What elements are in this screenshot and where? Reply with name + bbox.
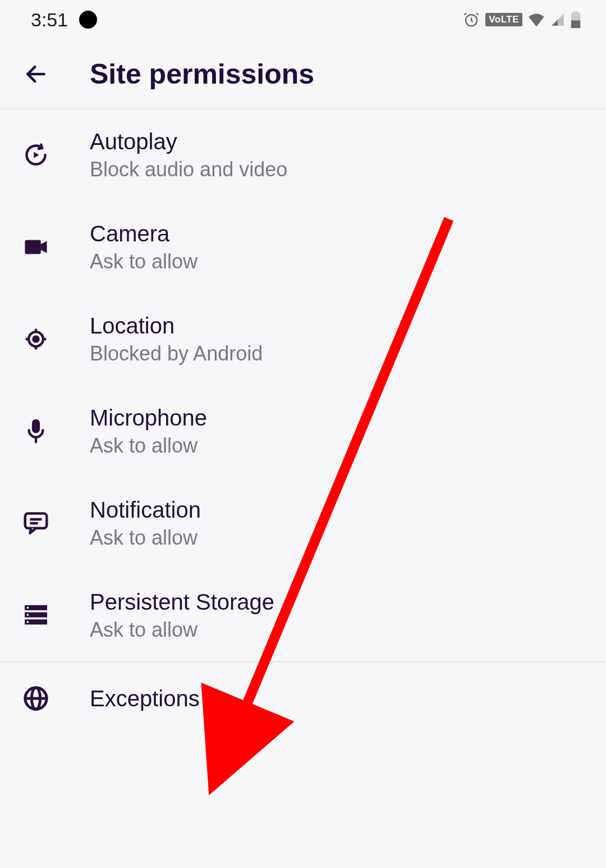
svg-point-22: [27, 607, 29, 609]
row-subtitle: Ask to allow: [90, 526, 201, 550]
battery-icon: [571, 11, 581, 28]
autoplay-icon: [22, 141, 49, 168]
svg-point-9: [33, 336, 38, 341]
alarm-icon: [463, 11, 480, 28]
permission-row-storage[interactable]: Persistent Storage Ask to allow: [0, 569, 606, 661]
svg-marker-7: [41, 241, 47, 253]
cellular-icon: [550, 12, 565, 27]
row-title: Location: [90, 313, 263, 339]
row-text: Autoplay Block audio and video: [90, 129, 287, 181]
row-subtitle: Ask to allow: [90, 434, 207, 458]
row-text: Microphone Ask to allow: [90, 405, 207, 458]
notification-icon: [22, 510, 49, 537]
permission-row-camera[interactable]: Camera Ask to allow: [0, 201, 606, 293]
svg-rect-6: [25, 240, 40, 254]
globe-icon: [22, 685, 49, 712]
row-title: Persistent Storage: [90, 590, 274, 615]
row-text: Persistent Storage Ask to allow: [90, 590, 274, 642]
status-left: 3:51: [31, 9, 97, 31]
row-subtitle: Ask to allow: [90, 618, 274, 642]
camera-icon: [22, 234, 49, 261]
location-icon: [22, 326, 49, 353]
page-title: Site permissions: [90, 58, 314, 90]
permissions-list: Autoplay Block audio and video Camera As…: [0, 109, 606, 735]
row-text: Camera Ask to allow: [90, 221, 198, 273]
svg-marker-5: [34, 152, 39, 158]
status-time: 3:51: [31, 9, 68, 31]
svg-point-24: [27, 621, 29, 623]
svg-rect-3: [573, 11, 578, 13]
row-text: Location Blocked by Android: [90, 313, 263, 366]
status-dot-icon: [79, 11, 97, 29]
svg-rect-14: [32, 419, 40, 433]
row-title: Notification: [90, 497, 201, 523]
app-header: Site permissions: [0, 39, 606, 109]
wifi-icon: [528, 12, 545, 27]
svg-rect-16: [25, 514, 47, 528]
row-title: Exceptions: [90, 686, 200, 711]
row-title: Autoplay: [90, 129, 287, 154]
svg-rect-2: [571, 20, 580, 28]
storage-icon: [22, 602, 49, 629]
permission-row-notification[interactable]: Notification Ask to allow: [0, 477, 606, 569]
row-subtitle: Block audio and video: [90, 158, 287, 181]
permission-row-microphone[interactable]: Microphone Ask to allow: [0, 385, 606, 477]
permission-row-location[interactable]: Location Blocked by Android: [0, 293, 606, 385]
microphone-icon: [22, 418, 49, 445]
back-button[interactable]: [22, 61, 49, 88]
row-text: Notification Ask to allow: [90, 497, 201, 550]
row-subtitle: Ask to allow: [90, 250, 198, 273]
exceptions-row[interactable]: Exceptions: [0, 662, 606, 735]
row-subtitle: Blocked by Android: [90, 342, 263, 366]
svg-point-23: [27, 614, 29, 616]
status-right: VoLTE: [463, 11, 581, 28]
permission-row-autoplay[interactable]: Autoplay Block audio and video: [0, 109, 606, 201]
row-text: Exceptions: [90, 686, 200, 711]
row-title: Camera: [90, 221, 198, 246]
volte-icon: VoLTE: [485, 13, 522, 26]
status-bar: 3:51 VoLTE: [0, 0, 606, 39]
row-title: Microphone: [90, 405, 207, 431]
